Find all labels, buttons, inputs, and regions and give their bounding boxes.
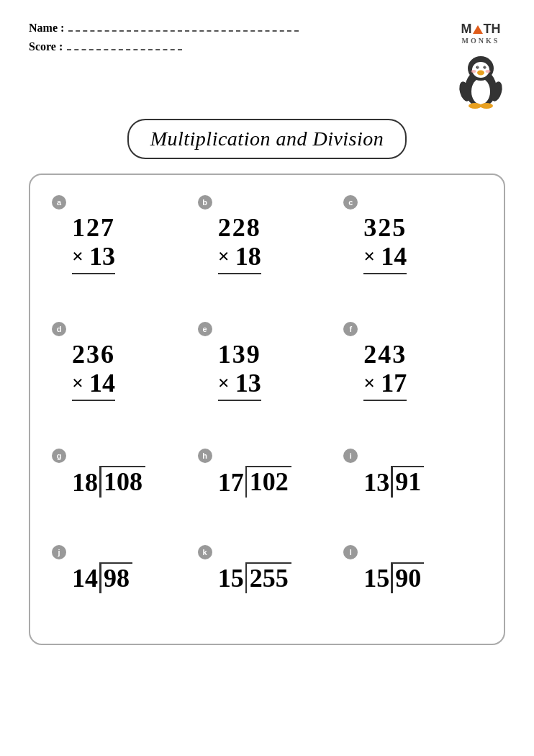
svg-point-3 bbox=[472, 62, 489, 78]
name-underline[interactable] bbox=[68, 24, 299, 32]
logo-monks-text: MONKS bbox=[462, 37, 500, 45]
page: Name : Score : M TH MONKS bbox=[0, 0, 534, 756]
svg-point-9 bbox=[484, 66, 485, 67]
mult-line-a bbox=[72, 273, 115, 274]
mult-block-e: 139 × 13 bbox=[218, 341, 261, 401]
problem-i: i 13 91 bbox=[343, 449, 482, 533]
mult-multiplier-b: 18 bbox=[235, 243, 261, 271]
badge-k: k bbox=[198, 545, 212, 559]
mult-line-e bbox=[218, 400, 261, 401]
problem-f: f 243 × 17 bbox=[343, 322, 482, 437]
mult-block-b: 228 × 18 bbox=[218, 214, 261, 274]
mult-bottom-a: × 13 bbox=[72, 243, 115, 271]
badge-e: e bbox=[198, 322, 212, 336]
svg-point-12 bbox=[486, 70, 491, 73]
svg-point-6 bbox=[476, 66, 479, 69]
mult-top-c: 325 bbox=[363, 214, 407, 243]
division-symbol-j: 98 bbox=[99, 562, 132, 593]
badge-h: h bbox=[198, 449, 212, 463]
problem-e: e 139 × 13 bbox=[198, 322, 337, 437]
div-wrapper-j: 14 98 bbox=[72, 562, 132, 593]
div-wrapper-k: 15 255 bbox=[218, 562, 291, 593]
dividend-g: 108 bbox=[99, 466, 145, 497]
div-wrapper-g: 18 108 bbox=[72, 466, 145, 497]
score-underline[interactable] bbox=[67, 43, 182, 50]
divisor-g: 18 bbox=[72, 467, 99, 498]
mult-line-c bbox=[363, 273, 407, 274]
logo-area: M TH MONKS bbox=[461, 22, 501, 45]
problem-b: b 228 × 18 bbox=[198, 195, 337, 310]
mult-bottom-c: × 14 bbox=[363, 243, 407, 271]
badge-d: d bbox=[52, 322, 66, 336]
penguin-mascot bbox=[456, 51, 505, 112]
mult-block-c: 325 × 14 bbox=[363, 214, 407, 274]
mult-multiplier-f: 17 bbox=[381, 369, 407, 398]
mult-multiplier-c: 14 bbox=[381, 243, 407, 271]
logo-m: M bbox=[461, 22, 472, 37]
problems-row-1: a 127 × 13 b 228 × 18 bbox=[52, 195, 482, 310]
score-label: Score : bbox=[29, 40, 63, 53]
badge-a: a bbox=[52, 195, 66, 210]
badge-j: j bbox=[52, 545, 66, 559]
badge-f: f bbox=[343, 322, 358, 336]
worksheet-box: a 127 × 13 b 228 × 18 bbox=[29, 174, 505, 645]
problem-a: a 127 × 13 bbox=[52, 195, 191, 310]
svg-point-7 bbox=[484, 66, 487, 69]
problems-row-3: g 18 108 h 17 102 bbox=[52, 449, 482, 533]
divisor-k: 15 bbox=[218, 563, 245, 593]
mult-symbol-e: × bbox=[218, 372, 230, 395]
mult-multiplier-a: 13 bbox=[89, 243, 115, 271]
problem-h: h 17 102 bbox=[198, 449, 337, 533]
mult-symbol-c: × bbox=[363, 246, 375, 268]
mult-bottom-e: × 13 bbox=[218, 369, 261, 398]
mult-top-a: 127 bbox=[72, 214, 115, 243]
worksheet-title: Multiplication and Division bbox=[127, 119, 407, 159]
mult-top-b: 228 bbox=[218, 214, 261, 243]
name-score-area: Name : Score : bbox=[29, 22, 299, 53]
svg-point-15 bbox=[469, 103, 481, 109]
mult-bottom-f: × 17 bbox=[363, 369, 407, 398]
mult-line-f bbox=[363, 400, 407, 401]
logo-triangle-icon bbox=[473, 25, 483, 34]
division-symbol-h: 102 bbox=[245, 466, 291, 497]
divisor-j: 14 bbox=[72, 563, 99, 593]
score-field-row: Score : bbox=[29, 40, 299, 53]
problem-c: c 325 × 14 bbox=[343, 195, 482, 310]
mult-symbol-d: × bbox=[72, 372, 83, 395]
svg-point-11 bbox=[471, 70, 476, 73]
svg-point-8 bbox=[477, 66, 478, 67]
badge-g: g bbox=[52, 449, 66, 463]
name-field-row: Name : bbox=[29, 22, 299, 35]
mult-multiplier-e: 13 bbox=[235, 369, 261, 398]
mult-top-f: 243 bbox=[363, 341, 407, 369]
divisor-h: 17 bbox=[218, 467, 245, 498]
problem-j: j 14 98 bbox=[52, 545, 191, 629]
name-label: Name : bbox=[29, 22, 64, 35]
svg-point-1 bbox=[471, 78, 490, 104]
mult-symbol-a: × bbox=[72, 246, 83, 268]
badge-i: i bbox=[343, 449, 358, 463]
badge-b: b bbox=[198, 195, 212, 210]
mult-top-e: 139 bbox=[218, 341, 261, 369]
division-symbol-g: 108 bbox=[99, 466, 145, 497]
mult-block-f: 243 × 17 bbox=[363, 341, 407, 401]
mult-block-d: 236 × 14 bbox=[72, 341, 115, 401]
problem-d: d 236 × 14 bbox=[52, 322, 191, 437]
problems-row-4: j 14 98 k 15 255 bbox=[52, 545, 482, 629]
mult-top-d: 236 bbox=[72, 341, 115, 369]
header-area: Name : Score : M TH MONKS bbox=[29, 22, 505, 112]
title-container: Multiplication and Division bbox=[29, 119, 505, 159]
divisor-l: 15 bbox=[363, 563, 391, 593]
dividend-k: 255 bbox=[245, 562, 291, 593]
mult-bottom-d: × 14 bbox=[72, 369, 115, 398]
mult-multiplier-d: 14 bbox=[89, 369, 115, 398]
dividend-j: 98 bbox=[99, 562, 132, 593]
logo-th: TH bbox=[484, 22, 501, 37]
division-symbol-k: 255 bbox=[245, 562, 291, 593]
dividend-i: 91 bbox=[391, 466, 424, 497]
mult-line-b bbox=[218, 273, 261, 274]
dividend-l: 90 bbox=[391, 562, 424, 593]
divisor-i: 13 bbox=[363, 467, 391, 498]
mult-symbol-b: × bbox=[218, 246, 230, 268]
mult-line-d bbox=[72, 400, 115, 401]
